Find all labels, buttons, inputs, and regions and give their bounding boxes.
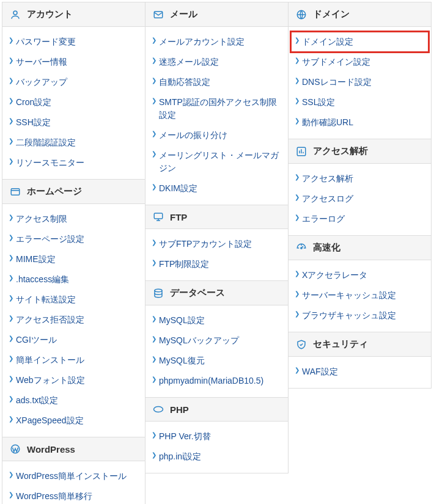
list-item: ❯CGIツール	[5, 330, 142, 350]
settings-link[interactable]: エラーページ設定	[16, 234, 84, 244]
settings-link[interactable]: MySQL復元	[159, 356, 205, 365]
settings-link[interactable]: SSH設定	[16, 117, 51, 127]
panel-title: ドメイン	[313, 9, 350, 20]
settings-link[interactable]: SSL設定	[302, 97, 335, 107]
settings-link[interactable]: Webフォント設定	[16, 375, 85, 385]
settings-link[interactable]: ブラウザキャッシュ設定	[302, 310, 396, 320]
settings-link[interactable]: Cron設定	[16, 97, 51, 107]
settings-link[interactable]: バックアップ	[16, 77, 67, 87]
chevron-right-icon: ❯	[152, 356, 156, 362]
settings-link[interactable]: WAF設定	[302, 367, 338, 376]
list-item: ❯MIME設定	[5, 249, 142, 269]
settings-link[interactable]: エラーログ	[302, 214, 345, 224]
panel-title: アクセス解析	[313, 145, 368, 157]
settings-link[interactable]: アクセス拒否設定	[16, 315, 84, 324]
list-item: ❯アクセスログ	[291, 189, 428, 209]
settings-link[interactable]: WordPress簡単インストール	[16, 471, 127, 481]
settings-link[interactable]: アクセス制限	[16, 214, 67, 224]
list-item: ❯二段階認証設定	[5, 133, 142, 153]
settings-link[interactable]: phpmyadmin(MariaDB10.5)	[159, 376, 263, 385]
list-item: ❯MySQL設定	[148, 310, 285, 331]
list-item: ❯PHP Ver.切替	[148, 426, 285, 447]
settings-link[interactable]: MySQL設定	[159, 315, 205, 325]
settings-link[interactable]: Xアクセラレータ	[302, 270, 367, 280]
settings-link[interactable]: メーリングリスト・メールマガジン	[159, 150, 279, 173]
panel-title: WordPress	[27, 444, 75, 455]
settings-link[interactable]: XPageSpeed設定	[16, 415, 84, 425]
panel-header-database: データベース	[145, 281, 288, 305]
panel-title: メール	[170, 9, 197, 20]
panel-header-account: アカウント	[2, 2, 145, 27]
link-list: ❯サブFTPアカウント設定❯FTP制限設定	[148, 234, 285, 274]
settings-link[interactable]: リソースモニター	[16, 158, 84, 167]
settings-link[interactable]: PHP Ver.切替	[159, 431, 211, 441]
settings-link[interactable]: 迷惑メール設定	[159, 57, 219, 67]
panel-body: ❯WAF設定	[289, 357, 431, 388]
link-list: ❯Xアクセラレータ❯サーバーキャッシュ設定❯ブラウザキャッシュ設定	[291, 265, 428, 326]
settings-link[interactable]: WordPress簡単移行	[16, 491, 92, 501]
list-item: ❯メールアカウント設定	[148, 32, 285, 52]
chevron-right-icon: ❯	[295, 98, 300, 104]
panel-header-ftp: FTP	[145, 205, 288, 229]
panel-title: セキュリティ	[313, 338, 368, 350]
settings-link[interactable]: アクセスログ	[302, 194, 353, 203]
panel-body: ❯WordPress簡単インストール❯WordPress簡単移行❯WordPre…	[2, 461, 145, 504]
list-item: ❯php.ini設定	[148, 447, 285, 467]
wordpress-icon	[10, 444, 21, 455]
settings-link[interactable]: メールアカウント設定	[159, 37, 245, 46]
settings-link[interactable]: ads.txt設定	[16, 395, 58, 405]
settings-link[interactable]: .htaccess編集	[16, 274, 69, 284]
settings-link[interactable]: 簡単インストール	[16, 355, 84, 365]
settings-link[interactable]: サーバー情報	[16, 57, 67, 67]
settings-link[interactable]: DKIM設定	[159, 183, 197, 193]
chevron-right-icon: ❯	[295, 214, 300, 221]
chevron-right-icon: ❯	[9, 37, 13, 43]
list-item: ❯Cron設定	[5, 92, 142, 112]
settings-link[interactable]: MIME設定	[16, 254, 56, 264]
list-item: ❯Xアクセラレータ	[291, 265, 428, 285]
settings-link[interactable]: サブFTPアカウント設定	[159, 239, 252, 249]
panel-title: 高速化	[313, 242, 340, 254]
chevron-right-icon: ❯	[9, 158, 13, 164]
settings-link[interactable]: MySQLバックアップ	[159, 335, 239, 345]
list-item: ❯.htaccess編集	[5, 269, 142, 290]
chevron-right-icon: ❯	[152, 376, 156, 382]
php-icon	[153, 404, 164, 415]
settings-link[interactable]: 自動応答設定	[159, 77, 210, 87]
settings-link[interactable]: CGIツール	[16, 335, 57, 345]
settings-link[interactable]: サブドメイン設定	[302, 57, 370, 67]
chevron-right-icon: ❯	[9, 57, 13, 64]
panel-header-wordpress: WordPress	[2, 437, 145, 461]
settings-link[interactable]: サーバーキャッシュ設定	[302, 290, 396, 300]
settings-link[interactable]: メールの振り分け	[159, 130, 227, 140]
settings-link[interactable]: DNSレコード設定	[302, 77, 372, 87]
settings-link[interactable]: 動作確認URL	[302, 117, 353, 127]
settings-link[interactable]: FTP制限設定	[159, 259, 209, 269]
chevron-right-icon: ❯	[152, 316, 156, 322]
chevron-right-icon: ❯	[295, 291, 300, 297]
list-item: ❯簡単インストール	[5, 350, 142, 370]
list-item: ❯phpmyadmin(MariaDB10.5)	[148, 371, 285, 391]
settings-link[interactable]: 二段階認証設定	[16, 137, 76, 147]
settings-link[interactable]: アクセス解析	[302, 173, 353, 183]
list-item: ❯メーリングリスト・メールマガジン	[148, 145, 285, 178]
settings-link[interactable]: php.ini設定	[159, 451, 201, 461]
settings-link[interactable]: SMTP認証の国外アクセス制限設定	[159, 97, 277, 120]
chevron-right-icon: ❯	[9, 78, 13, 84]
list-item: ❯ブラウザキャッシュ設定	[291, 305, 428, 326]
panel-body: ❯MySQL設定❯MySQLバックアップ❯MySQL復元❯phpmyadmin(…	[145, 305, 288, 397]
column: メール❯メールアカウント設定❯迷惑メール設定❯自動応答設定❯SMTP認証の国外ア…	[145, 2, 289, 504]
settings-link[interactable]: ドメイン設定	[302, 37, 353, 46]
settings-link[interactable]: パスワード変更	[16, 37, 76, 46]
list-item: ❯エラーページ設定	[5, 229, 142, 249]
panel-body: ❯メールアカウント設定❯迷惑メール設定❯自動応答設定❯SMTP認証の国外アクセス…	[145, 27, 288, 205]
settings-link[interactable]: サイト転送設定	[16, 294, 76, 304]
chevron-right-icon: ❯	[295, 37, 300, 43]
list-item: ❯SSH設定	[5, 112, 142, 133]
list-item: ❯アクセス制限	[5, 209, 142, 229]
panel-php: PHP❯PHP Ver.切替❯php.ini設定	[145, 397, 289, 473]
chevron-right-icon: ❯	[295, 367, 300, 373]
list-item: ❯エラーログ	[291, 209, 428, 229]
panel-body: ❯Xアクセラレータ❯サーバーキャッシュ設定❯ブラウザキャッシュ設定	[289, 260, 431, 332]
link-list: ❯アクセス制限❯エラーページ設定❯MIME設定❯.htaccess編集❯サイト転…	[5, 209, 142, 431]
